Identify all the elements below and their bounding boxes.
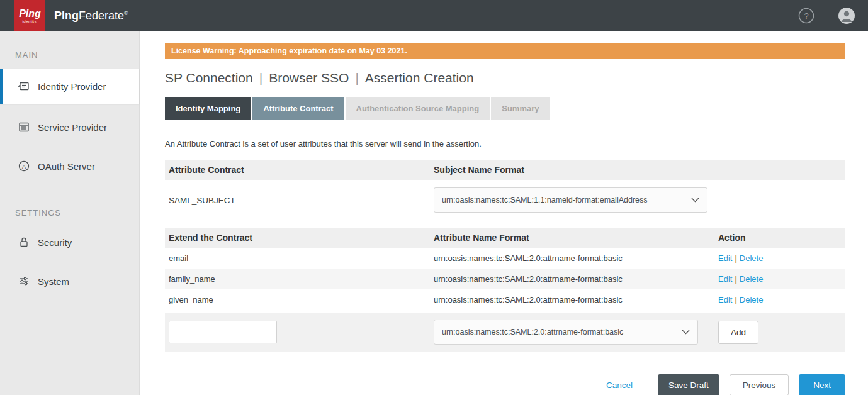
sidebar-item-system[interactable]: System <box>0 265 139 297</box>
next-button[interactable]: Next <box>799 374 845 395</box>
delete-link[interactable]: Delete <box>740 274 764 284</box>
new-attribute-row: urn:oasis:names:tc:SAML:2.0:attrname-for… <box>165 313 845 352</box>
header-attribute-name-format: Attribute Name Format <box>434 233 718 243</box>
previous-button[interactable]: Previous <box>730 374 789 395</box>
page-title: SP Connection|Browser SSO|Assertion Crea… <box>165 70 845 86</box>
user-avatar-icon[interactable] <box>838 7 855 25</box>
contract-table-header: Attribute Contract Subject Name Format <box>165 160 845 180</box>
topbar-divider <box>826 9 826 23</box>
logo-text: Ping <box>19 9 41 19</box>
subject-name-format-value: urn:oasis:names:tc:SAML:1.1:nameid-forma… <box>442 196 648 204</box>
table-row-given-name: given_name urn:oasis:names:tc:SAML:2.0:a… <box>165 289 845 310</box>
table-row-email: email urn:oasis:names:tc:SAML:2.0:attrna… <box>165 248 845 269</box>
header-action: Action <box>718 233 842 243</box>
attribute-name-format: urn:oasis:names:tc:SAML:2.0:attrname-for… <box>434 253 718 263</box>
footer-actions: Cancel Save Draft Previous Next <box>165 374 845 395</box>
table-row-family-name: family_name urn:oasis:names:tc:SAML:2.0:… <box>165 269 845 289</box>
action-separator: | <box>735 253 736 263</box>
chevron-down-icon <box>682 330 690 335</box>
attribute-name: family_name <box>169 274 434 284</box>
page-description: An Attribute Contract is a set of user a… <box>165 139 845 148</box>
header-attribute-contract: Attribute Contract <box>169 165 434 175</box>
edit-link[interactable]: Edit <box>718 274 732 284</box>
topbar-actions: ? <box>798 7 855 25</box>
extend-table-header: Extend the Contract Attribute Name Forma… <box>165 228 845 248</box>
sidebar-item-label: System <box>38 276 69 287</box>
system-icon <box>18 275 30 287</box>
action-separator: | <box>735 274 736 284</box>
attribute-name: given_name <box>169 295 434 304</box>
action-separator: | <box>735 295 736 304</box>
contract-table-row: SAML_SUBJECT urn:oasis:names:tc:SAML:1.1… <box>165 180 845 223</box>
title-separator: | <box>355 70 358 85</box>
header-extend-the-contract: Extend the Contract <box>169 233 434 243</box>
sidebar-item-oauth-server[interactable]: A OAuth Server <box>0 150 139 182</box>
add-button[interactable]: Add <box>718 321 758 344</box>
service-provider-icon <box>18 121 30 133</box>
breadcrumb-browser-sso: Browser SSO <box>269 70 349 85</box>
top-bar: Ping identity. PingFederate® ? <box>0 0 868 31</box>
tab-attribute-contract[interactable]: Attribute Contract <box>252 97 344 120</box>
breadcrumb-assertion-creation: Assertion Creation <box>365 70 474 85</box>
license-warning-text: License Warning: Approaching expiration … <box>171 47 407 55</box>
sidebar-item-identity-provider[interactable]: Identity Provider <box>0 69 139 104</box>
save-draft-button[interactable]: Save Draft <box>658 374 719 395</box>
attribute-name: email <box>169 253 434 263</box>
oauth-server-icon: A <box>18 160 30 172</box>
sidebar: MAIN Identity Provider Service Provider … <box>0 31 140 395</box>
delete-link[interactable]: Delete <box>740 295 764 304</box>
sidebar-item-service-provider[interactable]: Service Provider <box>0 111 139 143</box>
sidebar-item-label: OAuth Server <box>38 161 95 172</box>
help-icon[interactable]: ? <box>798 8 814 24</box>
brand-title: PingFederate® <box>54 9 128 23</box>
attribute-name-format: urn:oasis:names:tc:SAML:2.0:attrname-for… <box>434 274 718 284</box>
header-subject-name-format: Subject Name Format <box>434 165 842 175</box>
tab-identity-mapping[interactable]: Identity Mapping <box>165 97 251 120</box>
new-attribute-format-value: urn:oasis:names:tc:SAML:2.0:attrname-for… <box>442 328 623 337</box>
delete-link[interactable]: Delete <box>740 253 764 263</box>
wizard-tabs: Identity Mapping Attribute Contract Auth… <box>165 97 845 120</box>
sidebar-item-label: Service Provider <box>38 122 107 133</box>
chevron-down-icon <box>691 198 699 203</box>
attribute-name-format: urn:oasis:names:tc:SAML:2.0:attrname-for… <box>434 295 718 304</box>
title-separator: | <box>259 70 262 85</box>
cancel-link[interactable]: Cancel <box>606 381 633 390</box>
subject-attribute-name: SAML_SUBJECT <box>169 196 434 205</box>
main-content: License Warning: Approaching expiration … <box>140 31 868 395</box>
sidebar-item-label: Security <box>38 237 72 248</box>
new-attribute-format-select[interactable]: urn:oasis:names:tc:SAML:2.0:attrname-for… <box>434 320 698 345</box>
new-attribute-input[interactable] <box>169 321 277 343</box>
sidebar-section-settings: SETTINGS <box>0 189 139 226</box>
edit-link[interactable]: Edit <box>718 295 732 304</box>
identity-provider-icon <box>18 80 30 92</box>
sidebar-item-security[interactable]: Security <box>0 226 139 258</box>
svg-text:A: A <box>22 164 26 170</box>
tab-summary: Summary <box>491 97 550 120</box>
subject-name-format-select[interactable]: urn:oasis:names:tc:SAML:1.1:nameid-forma… <box>434 187 707 213</box>
logo-subtext: identity. <box>23 19 38 23</box>
breadcrumb-sp-connection: SP Connection <box>165 70 253 85</box>
svg-text:?: ? <box>804 11 808 21</box>
tab-authentication-source-mapping: Authentication Source Mapping <box>346 97 490 120</box>
sidebar-section-main: MAIN <box>0 31 139 69</box>
sidebar-item-label: Identity Provider <box>38 81 106 92</box>
license-warning-banner: License Warning: Approaching expiration … <box>165 43 845 59</box>
ping-identity-logo[interactable]: Ping identity. <box>14 0 45 31</box>
edit-link[interactable]: Edit <box>718 253 732 263</box>
security-icon <box>18 236 30 248</box>
